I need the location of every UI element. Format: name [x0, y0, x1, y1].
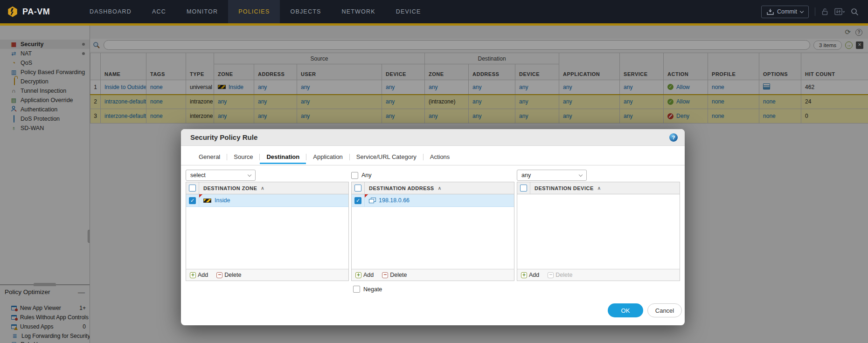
list-footer: + Add − Delete — [517, 269, 680, 281]
dialog-title: Security Policy Rule — [190, 133, 257, 141]
global-search-icon[interactable] — [851, 8, 859, 16]
edited-marker — [365, 194, 368, 198]
minus-icon: − — [216, 272, 222, 278]
list-body — [517, 194, 680, 269]
zone-icon — [203, 199, 211, 203]
plus-icon: + — [355, 272, 361, 278]
destination-address-panel: Any DESTINATION ADDRESS ∧ 198.18.0.66 — [351, 169, 514, 182]
negate-checkbox[interactable] — [353, 286, 360, 293]
plus-icon: + — [190, 272, 196, 278]
device-type-select[interactable]: any — [517, 170, 587, 181]
add-label: Add — [198, 272, 208, 278]
cancel-button[interactable]: Cancel — [647, 303, 682, 317]
list-header: DESTINATION ADDRESS ∧ — [352, 182, 514, 194]
tab-actions[interactable]: Actions — [424, 153, 457, 164]
address-item-label[interactable]: 198.18.0.66 — [379, 197, 410, 204]
zone-type-select[interactable]: select — [186, 170, 256, 181]
select-all-checkbox[interactable] — [189, 185, 196, 192]
row-checkbox[interactable] — [354, 197, 361, 204]
add-label: Add — [363, 272, 374, 278]
tab-source[interactable]: Source — [227, 153, 259, 164]
destination-device-list: DESTINATION DEVICE ∧ + Add − Delete — [517, 182, 680, 281]
top-nav: PA-VM DASHBOARD ACC MONITOR POLICIES OBJ… — [0, 0, 868, 23]
dialog-buttons: OK Cancel — [608, 303, 682, 317]
list-footer: + Add − Delete — [186, 269, 348, 281]
minus-icon: − — [548, 272, 554, 278]
dialog-tabs: General Source Destination Application S… — [192, 153, 456, 164]
any-address-checkbox[interactable] — [351, 172, 358, 179]
select-all-checkbox[interactable] — [354, 185, 361, 192]
list-header-label: DESTINATION DEVICE — [535, 185, 594, 191]
tab-service-url-category[interactable]: Service/URL Category — [350, 153, 423, 164]
chevron-down-icon — [248, 172, 251, 176]
minus-icon: − — [382, 272, 388, 278]
nav-policies[interactable]: POLICIES — [228, 0, 280, 23]
tab-general[interactable]: General — [192, 153, 227, 164]
nav-monitor[interactable]: MONITOR — [176, 0, 228, 23]
delete-label: Delete — [224, 272, 241, 278]
list-header-label: DESTINATION ADDRESS — [369, 185, 434, 191]
nav-network[interactable]: NETWORK — [332, 0, 386, 23]
address-icon — [369, 198, 375, 203]
sort-asc-icon[interactable]: ∧ — [261, 185, 264, 191]
sort-asc-icon[interactable]: ∧ — [438, 185, 442, 191]
destination-device-panel: any DESTINATION DEVICE ∧ + Add − — [517, 169, 680, 182]
list-item[interactable]: Inside — [186, 194, 348, 207]
row-checkbox[interactable] — [189, 197, 196, 204]
commit-icon — [767, 9, 774, 15]
tab-application[interactable]: Application — [306, 153, 349, 164]
config-save-icon[interactable] — [834, 8, 845, 15]
pan-logo-icon — [7, 6, 19, 18]
tab-destination[interactable]: Destination — [260, 153, 306, 164]
zone-item-label[interactable]: Inside — [215, 197, 230, 204]
nav-device[interactable]: DEVICE — [386, 0, 431, 23]
delete-button[interactable]: − Delete — [382, 272, 407, 278]
list-header: DESTINATION ZONE ∧ — [186, 182, 348, 194]
add-button[interactable]: + Add — [190, 272, 208, 278]
list-body: 198.18.0.66 — [352, 194, 514, 269]
list-header-label: DESTINATION ZONE — [203, 185, 257, 191]
add-button[interactable]: + Add — [355, 272, 374, 278]
commit-button[interactable]: Commit — [761, 6, 809, 18]
nav-objects[interactable]: OBJECTS — [280, 0, 331, 23]
chevron-down-icon — [579, 172, 583, 176]
plus-icon: + — [521, 272, 527, 278]
nav-dashboard[interactable]: DASHBOARD — [79, 0, 142, 23]
add-button[interactable]: + Add — [521, 272, 539, 278]
chevron-down-icon — [800, 9, 804, 13]
security-policy-rule-dialog: Security Policy Rule ? General Source De… — [181, 129, 685, 325]
select-all-checkbox[interactable] — [520, 185, 527, 192]
destination-zone-list: DESTINATION ZONE ∧ Inside + Add — [186, 182, 349, 281]
sort-asc-icon[interactable]: ∧ — [597, 185, 601, 191]
any-address-label: Any — [361, 172, 372, 178]
destination-address-list: DESTINATION ADDRESS ∧ 198.18.0.66 + — [351, 182, 514, 281]
ok-button[interactable]: OK — [608, 303, 643, 317]
list-footer: + Add − Delete — [352, 269, 514, 281]
list-body: Inside — [186, 194, 348, 269]
list-item[interactable]: 198.18.0.66 — [352, 194, 514, 207]
add-label: Add — [529, 272, 539, 278]
app-title: PA-VM — [22, 7, 50, 17]
nav-right-controls: Commit — [761, 6, 868, 18]
dialog-help-icon[interactable]: ? — [669, 133, 678, 142]
edited-marker — [199, 194, 202, 198]
primary-nav: DASHBOARD ACC MONITOR POLICIES OBJECTS N… — [79, 0, 431, 23]
device-type-select-value: any — [521, 172, 531, 178]
negate-option: Negate — [353, 286, 382, 293]
tabs-divider — [181, 165, 685, 165]
delete-label: Delete — [390, 272, 407, 278]
negate-label: Negate — [363, 286, 382, 293]
brand: PA-VM — [0, 6, 79, 18]
unlock-icon[interactable] — [821, 8, 828, 15]
delete-label: Delete — [556, 272, 572, 278]
zone-type-select-value: select — [190, 172, 206, 178]
dialog-header: Security Policy Rule ? — [181, 129, 685, 146]
commit-label: Commit — [777, 8, 797, 15]
nav-separator — [815, 7, 815, 16]
delete-button-disabled: − Delete — [548, 272, 572, 278]
list-header: DESTINATION DEVICE ∧ — [517, 182, 680, 194]
delete-button[interactable]: − Delete — [216, 272, 241, 278]
destination-zone-panel: select DESTINATION ZONE ∧ Inside — [186, 169, 349, 182]
nav-acc[interactable]: ACC — [142, 0, 176, 23]
